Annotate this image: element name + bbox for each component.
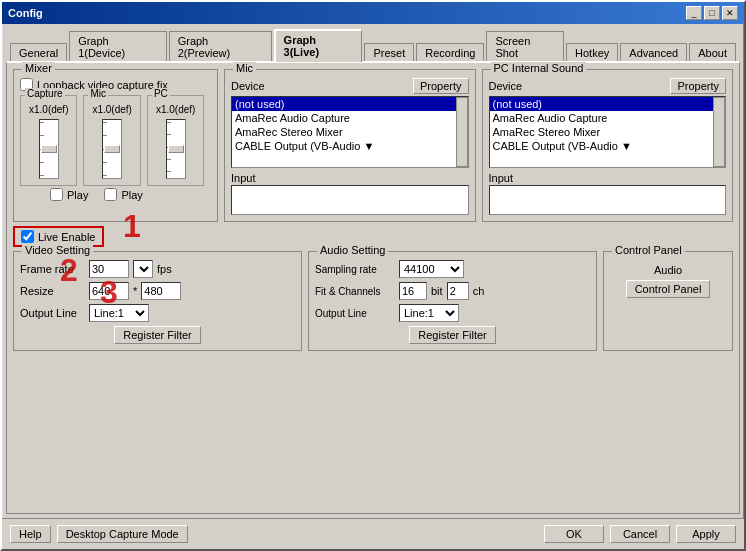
ok-button[interactable]: OK: [544, 525, 604, 543]
sliders-area: Capture x1.0(def) Mic: [20, 95, 211, 186]
mic-device-item-0[interactable]: (not used): [232, 97, 456, 111]
mic-slider-group: Mic x1.0(def): [83, 95, 140, 186]
control-panel-label: Control Panel: [612, 244, 685, 256]
cancel-button[interactable]: Cancel: [610, 525, 670, 543]
star-label: *: [133, 285, 137, 297]
apply-button[interactable]: Apply: [676, 525, 736, 543]
desktop-capture-button[interactable]: Desktop Capture Mode: [57, 525, 188, 543]
pc-slider-label: PC: [152, 88, 170, 99]
resize-label: Resize: [20, 285, 85, 297]
close-button[interactable]: ✕: [722, 6, 738, 20]
mic-device-item-1[interactable]: AmaRec Audio Capture: [232, 111, 456, 125]
control-panel-button[interactable]: Control Panel: [626, 280, 711, 298]
control-panel-audio-row: Audio: [610, 264, 726, 276]
video-register-filter-button[interactable]: Register Filter: [114, 326, 200, 344]
frame-rate-select[interactable]: 30252015: [133, 260, 153, 278]
tab-about[interactable]: About: [689, 43, 736, 62]
mic-input-area: [231, 185, 469, 215]
top-section: Mixer Loopback video capture fix Capture…: [13, 69, 733, 222]
mixer-group: Mixer Loopback video capture fix Capture…: [13, 69, 218, 222]
tab-hotkey[interactable]: Hotkey: [566, 43, 618, 62]
capture-slider-label: Capture: [25, 88, 65, 99]
control-panel-btn-row: Control Panel: [610, 280, 726, 298]
capture-slider-thumb[interactable]: [41, 145, 57, 153]
live-enable-label: Live Enable: [38, 231, 96, 243]
audio-output-line-label: Output Line: [315, 308, 395, 319]
audio-output-line-select[interactable]: Line:1Line:2: [399, 304, 459, 322]
live-enable-checkbox[interactable]: [21, 230, 34, 243]
pc-sound-group: PC Internal Sound Device Property (not u…: [482, 69, 734, 222]
pc-value: x1.0(def): [156, 104, 195, 115]
bit-ch-row: Fit & Channels bit ch: [315, 282, 590, 300]
tab-screenshot[interactable]: Screen Shot: [486, 31, 564, 62]
footer: Help Desktop Capture Mode OK Cancel Appl…: [2, 518, 744, 549]
control-panel-group: Control Panel Audio Control Panel: [603, 251, 733, 351]
mic-list-scrollbar[interactable]: [456, 97, 468, 167]
fps-label: fps: [157, 263, 172, 275]
pc-sound-device-item-0[interactable]: (not used): [490, 97, 714, 111]
mic-device-list-items: (not used) AmaRec Audio Capture AmaRec S…: [232, 97, 456, 167]
resize-height-input[interactable]: [141, 282, 181, 300]
pc-sound-device-item-2[interactable]: AmaRec Stereo Mixer: [490, 125, 714, 139]
tab-bar: General Graph 1(Device) Graph 2(Preview)…: [6, 28, 740, 61]
footer-left: Help Desktop Capture Mode: [10, 525, 538, 543]
sampling-rate-label: Sampling rate: [315, 264, 395, 275]
audio-register-filter-button[interactable]: Register Filter: [409, 326, 495, 344]
pc-slider-thumb[interactable]: [168, 145, 184, 153]
tab-panel: Mixer Loopback video capture fix Capture…: [6, 61, 740, 514]
mic-device-item-3[interactable]: CABLE Output (VB-Audio ▼: [232, 139, 456, 153]
tab-recording[interactable]: Recording: [416, 43, 484, 62]
annotation-3: 3: [100, 274, 118, 311]
pc-slider-group: PC x1.0(def): [147, 95, 204, 186]
annotation-1: 1: [123, 208, 141, 245]
capture-slider-group: Capture x1.0(def): [20, 95, 77, 186]
help-button[interactable]: Help: [10, 525, 51, 543]
audio-register-filter-row: Register Filter: [315, 326, 590, 344]
pc-sound-device-list-items: (not used) AmaRec Audio Capture AmaRec S…: [490, 97, 714, 167]
bottom-section: Video Setting Frame rate 30252015 fps 2: [13, 251, 733, 351]
play-mic-row: Play: [50, 188, 88, 201]
pc-sound-device-item-1[interactable]: AmaRec Audio Capture: [490, 111, 714, 125]
ch-label: ch: [473, 285, 485, 297]
mic-value: x1.0(def): [92, 104, 131, 115]
pc-slider-track[interactable]: [166, 119, 186, 179]
pc-sound-input-area: [489, 185, 727, 215]
tab-preset[interactable]: Preset: [364, 43, 414, 62]
audio-setting-group: Audio Setting Sampling rate 441004800022…: [308, 251, 597, 351]
pc-sound-device-row: Device Property: [489, 78, 727, 94]
mic-device-item-2[interactable]: AmaRec Stereo Mixer: [232, 125, 456, 139]
config-window: Config _ □ ✕ General Graph 1(Device) Gra…: [0, 0, 746, 551]
mic-slider-track[interactable]: [102, 119, 122, 179]
tab-graph1[interactable]: Graph 1(Device): [69, 31, 167, 62]
mic-device-label: Device: [231, 80, 265, 92]
tab-advanced[interactable]: Advanced: [620, 43, 687, 62]
bit-input[interactable]: [399, 282, 427, 300]
mic-device-list[interactable]: (not used) AmaRec Audio Capture AmaRec S…: [231, 96, 469, 168]
mic-group: Mic Device Property (not used) AmaRec Au…: [224, 69, 476, 222]
pc-sound-property-button[interactable]: Property: [670, 78, 726, 94]
video-setting-group: Video Setting Frame rate 30252015 fps 2: [13, 251, 302, 351]
video-output-line-row: Output Line Line:1Line:2: [20, 304, 295, 322]
pc-sound-list-scrollbar[interactable]: [713, 97, 725, 167]
footer-right: OK Cancel Apply: [544, 525, 736, 543]
minimize-button[interactable]: _: [686, 6, 702, 20]
sampling-rate-select[interactable]: 441004800022050: [399, 260, 464, 278]
play-pc-label: Play: [121, 189, 142, 201]
tab-general[interactable]: General: [10, 43, 67, 62]
video-output-line-select[interactable]: Line:1Line:2: [89, 304, 149, 322]
pc-sound-device-list[interactable]: (not used) AmaRec Audio Capture AmaRec S…: [489, 96, 727, 168]
pc-sound-device-item-3[interactable]: CABLE Output (VB-Audio ▼: [490, 139, 714, 153]
play-pc-checkbox[interactable]: [104, 188, 117, 201]
sampling-rate-row: Sampling rate 441004800022050: [315, 260, 590, 278]
mixer-label: Mixer: [22, 62, 55, 74]
ch-input[interactable]: [447, 282, 469, 300]
tab-graph3[interactable]: Graph 3(Live): [274, 29, 363, 62]
tab-graph2[interactable]: Graph 2(Preview): [169, 31, 272, 62]
maximize-button[interactable]: □: [704, 6, 720, 20]
pc-sound-device-label: Device: [489, 80, 523, 92]
title-bar-buttons: _ □ ✕: [686, 6, 738, 20]
play-mic-checkbox[interactable]: [50, 188, 63, 201]
mic-slider-thumb[interactable]: [104, 145, 120, 153]
capture-slider-track[interactable]: [39, 119, 59, 179]
mic-property-button[interactable]: Property: [413, 78, 469, 94]
